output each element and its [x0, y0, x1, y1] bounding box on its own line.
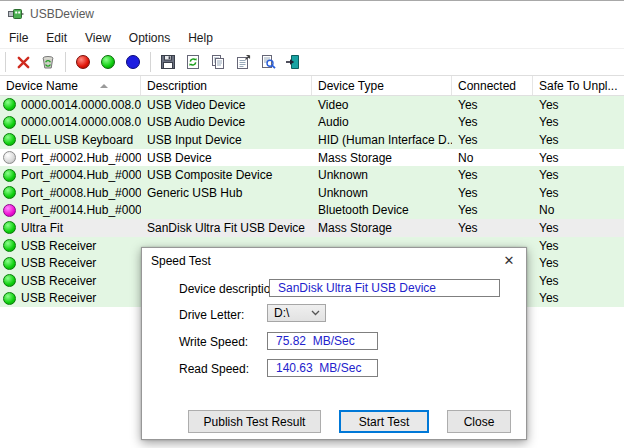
disconnect-red-ball-icon[interactable] [73, 51, 93, 73]
table-row[interactable]: 0000.0014.0000.008.00...USB Audio Device… [0, 114, 624, 132]
cell-safe: Yes [533, 221, 624, 235]
green-status-icon [3, 116, 16, 129]
green-status-icon [3, 239, 16, 252]
device-name-text: DELL USB Keyboard [21, 133, 133, 147]
column-label: Connected [458, 79, 516, 93]
table-row[interactable]: Port_#0014.Hub_#0001Bluetooth DeviceYesN… [0, 202, 624, 220]
column-header-safe-to-unplug[interactable]: Safe To Unpl... [533, 76, 624, 95]
write-speed-field[interactable] [267, 332, 378, 350]
uninstall-icon[interactable] [38, 51, 58, 73]
device-name-text: Port_#0008.Hub_#0001 [21, 186, 141, 200]
cell-safe: Yes [533, 151, 624, 165]
save-icon[interactable] [158, 51, 178, 73]
read-speed-field[interactable] [267, 359, 378, 377]
start-test-button[interactable]: Start Test [339, 410, 429, 433]
device-name-text: USB Receiver [21, 239, 96, 253]
cell-name: 0000.0014.0000.008.00... [0, 115, 141, 129]
device-name-text: USB Receiver [21, 274, 96, 288]
cell-safe: Yes [533, 115, 624, 129]
connect-green-ball-icon[interactable] [98, 51, 118, 73]
close-button[interactable]: Close [447, 410, 511, 433]
table-row[interactable]: Ultra FitSanDisk Ultra Fit USB DeviceMas… [0, 219, 624, 237]
publish-test-result-button[interactable]: Publish Test Result [188, 410, 321, 433]
delete-icon[interactable] [13, 51, 33, 73]
copy-icon[interactable] [208, 51, 228, 73]
green-status-icon [3, 98, 16, 111]
cell-name: USB Receiver [0, 256, 141, 270]
exit-icon[interactable] [283, 51, 303, 73]
cell-type: Unknown [312, 168, 452, 182]
connect-blue-ball-icon[interactable] [123, 51, 143, 73]
menu-help[interactable]: Help [179, 29, 222, 47]
close-icon[interactable]: ✕ [492, 248, 526, 273]
device-description-label: Device description: [179, 282, 280, 296]
window-titlebar: USBDeview [0, 1, 624, 27]
cell-safe: Yes [533, 291, 624, 305]
device-name-text: Ultra Fit [21, 221, 63, 235]
cell-type: HID (Human Interface D... [312, 133, 452, 147]
cell-name: Port_#0008.Hub_#0001 [0, 186, 141, 200]
column-header-device-name[interactable]: Device Name [0, 76, 141, 95]
refresh-icon[interactable] [183, 51, 203, 73]
properties-icon[interactable] [233, 51, 253, 73]
cell-safe: Yes [533, 186, 624, 200]
chevron-down-icon [311, 310, 320, 316]
table-header: Device Name Description Device Type Conn… [0, 76, 624, 96]
green-status-icon [3, 274, 16, 287]
drive-letter-select[interactable]: D:\ [267, 304, 326, 322]
usbdeview-app-icon [8, 6, 24, 22]
gray-status-icon [3, 151, 16, 164]
cell-connected: No [452, 151, 533, 165]
column-label: Device Type [318, 79, 384, 93]
dialog-title: Speed Test [151, 254, 211, 268]
find-icon[interactable] [258, 51, 278, 73]
device-description-field[interactable] [269, 279, 500, 297]
cell-name: Port_#0004.Hub_#0002 [0, 168, 141, 182]
menu-view[interactable]: View [76, 29, 120, 47]
column-label: Description [147, 79, 207, 93]
cell-description: USB Input Device [141, 133, 312, 147]
menu-bar: File Edit View Options Help [0, 27, 624, 48]
cell-connected: Yes [452, 203, 533, 217]
cell-description: USB Audio Device [141, 115, 312, 129]
cell-name: Ultra Fit [0, 221, 141, 235]
cell-name: USB Receiver [0, 274, 141, 288]
column-header-device-type[interactable]: Device Type [312, 76, 452, 95]
cell-name: Port_#0014.Hub_#0001 [0, 203, 141, 217]
read-speed-label: Read Speed: [179, 362, 249, 376]
table-row[interactable]: Port_#0008.Hub_#0001Generic USB HubUnkno… [0, 184, 624, 202]
menu-options[interactable]: Options [120, 29, 179, 47]
table-row[interactable]: DELL USB KeyboardUSB Input DeviceHID (Hu… [0, 131, 624, 149]
column-header-connected[interactable]: Connected [452, 76, 533, 95]
dialog-titlebar[interactable]: Speed Test ✕ [142, 248, 526, 273]
device-name-text: 0000.0014.0000.008.00... [21, 115, 141, 129]
cell-connected: Yes [452, 98, 533, 112]
cell-connected: Yes [452, 168, 533, 182]
green-status-icon [3, 257, 16, 270]
cell-safe: Yes [533, 239, 624, 253]
device-name-text: Port_#0002.Hub_#0001 [21, 151, 141, 165]
column-header-description[interactable]: Description [141, 76, 312, 95]
cell-connected: Yes [452, 221, 533, 235]
green-status-icon [3, 169, 16, 182]
menu-file[interactable]: File [0, 29, 37, 47]
green-status-icon [3, 133, 16, 146]
cell-safe: Yes [533, 256, 624, 270]
green-status-icon [3, 292, 16, 305]
cell-name: Port_#0002.Hub_#0001 [0, 151, 141, 165]
toolbar-separator [5, 52, 6, 72]
cell-type: Bluetooth Device [312, 203, 452, 217]
table-row[interactable]: 0000.0014.0000.008.00...USB Video Device… [0, 96, 624, 114]
cell-name: USB Receiver [0, 291, 141, 305]
cell-type: Video [312, 98, 452, 112]
cell-name: DELL USB Keyboard [0, 133, 141, 147]
toolbar [0, 48, 624, 76]
menu-edit[interactable]: Edit [37, 29, 76, 47]
drive-letter-label: Drive Letter: [179, 308, 244, 322]
cell-safe: Yes [533, 133, 624, 147]
device-name-text: USB Receiver [21, 291, 96, 305]
cell-type: Mass Storage [312, 221, 452, 235]
table-row[interactable]: Port_#0004.Hub_#0002USB Composite Device… [0, 166, 624, 184]
table-row[interactable]: Port_#0002.Hub_#0001USB DeviceMass Stora… [0, 149, 624, 167]
cell-description: USB Video Device [141, 98, 312, 112]
